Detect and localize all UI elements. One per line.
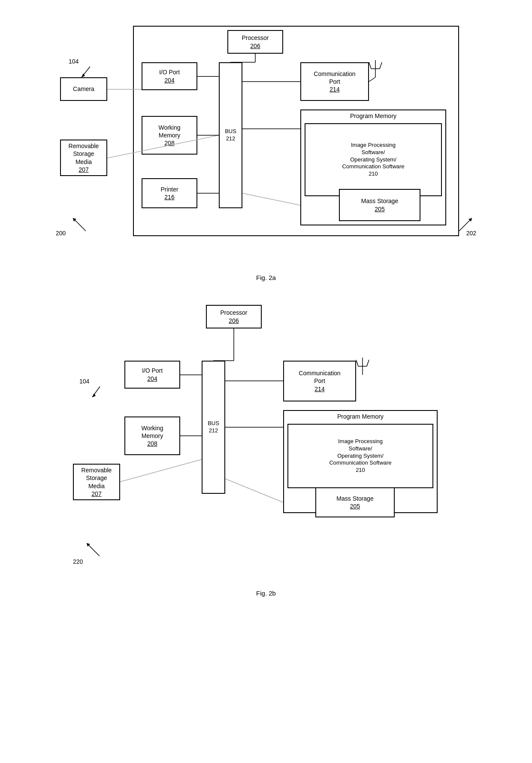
fig2b-diagram: 220 104 Processor 206 I/O Port 204 Worki… <box>73 292 459 584</box>
working-memory-b: WorkingMemory 208 <box>124 416 180 455</box>
fig2a-label: Fig. 2a <box>56 274 476 281</box>
svg-line-38 <box>120 459 202 482</box>
removable-storage-b: RemovableStorageMedia 207 <box>73 464 120 500</box>
page-container: 200 202 Camera 104 RemovableStorageMedia <box>0 0 532 763</box>
mass-storage-b: Mass Storage 205 <box>315 487 395 517</box>
printer-a: Printer 216 <box>142 178 197 208</box>
image-processing-a: Image ProcessingSoftware/Operating Syste… <box>305 123 442 196</box>
fig2b-label: Fig. 2b <box>73 590 459 597</box>
prog-memory-label-a: Program Memory <box>301 112 445 119</box>
removable-storage-a: RemovableStorageMedia 207 <box>60 140 107 176</box>
antenna-b <box>356 356 373 377</box>
arrow-220-b <box>82 539 104 560</box>
arrow-202-a <box>455 214 476 235</box>
fig2a-diagram: 200 202 Camera 104 RemovableStorageMedia <box>56 17 476 266</box>
svg-line-28 <box>356 360 358 366</box>
antenna-a <box>369 58 386 79</box>
svg-line-10 <box>380 62 382 69</box>
svg-line-8 <box>369 62 371 69</box>
prog-memory-label-b: Program Memory <box>284 413 437 420</box>
svg-line-37 <box>225 479 283 502</box>
arrow-200-a <box>69 214 90 235</box>
arrow-104-a <box>77 62 94 82</box>
svg-marker-25 <box>92 393 96 397</box>
processor-a: Processor 206 <box>227 30 283 54</box>
arrow-104-b <box>88 382 105 401</box>
io-port-a: I/O Port 204 <box>142 62 197 90</box>
processor-b: Processor 206 <box>206 305 262 328</box>
svg-line-30 <box>367 360 369 366</box>
image-processing-b: Image ProcessingSoftware/Operating Syste… <box>287 424 433 488</box>
bus-a: BUS212 <box>219 62 242 208</box>
mass-storage-a: Mass Storage 205 <box>339 189 420 221</box>
ref-220-b: 220 <box>73 558 83 565</box>
comm-port-a: CommunicationPort 214 <box>300 62 369 101</box>
comm-port-b: CommunicationPort 214 <box>283 361 356 401</box>
bus-b: BUS212 <box>202 361 225 494</box>
io-port-b: I/O Port 204 <box>124 361 180 389</box>
ref-200-a: 200 <box>56 230 66 237</box>
working-memory-a: WorkingMemory 208 <box>142 116 197 155</box>
